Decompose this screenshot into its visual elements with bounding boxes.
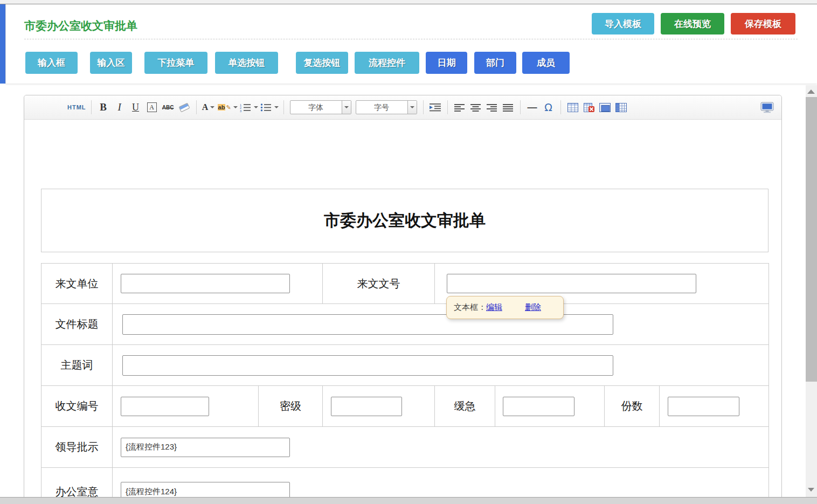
font-style-box-icon: A [147, 102, 157, 112]
highlight-color-button[interactable]: ab✎ [218, 100, 238, 114]
pencil-icon: ✎ [226, 104, 231, 111]
ordered-list-button[interactable]: 123 [240, 100, 258, 114]
scrollbar-up-arrow[interactable] [807, 89, 815, 94]
align-left-icon [454, 103, 465, 112]
zhutici-input[interactable] [122, 355, 613, 376]
laiwen-wenhao-input[interactable] [447, 274, 696, 293]
chevron-down-icon [233, 106, 238, 108]
fenshu-input[interactable] [668, 397, 739, 416]
cell-properties-button[interactable] [598, 100, 612, 114]
save-template-button[interactable]: 保存模板 [731, 13, 795, 34]
label-shouwen-bianhao: 收文编号 [41, 386, 113, 427]
top-bar [0, 0, 817, 4]
online-preview-button[interactable]: 在线预览 [661, 13, 724, 34]
monitor-icon [760, 102, 774, 113]
label-zhutici: 主题词 [41, 345, 113, 386]
toolbar-separator [91, 100, 92, 114]
align-center-icon [470, 103, 481, 112]
editor-panel: HTML B I U A ABC A ab✎ 123 字体 字号 [24, 95, 782, 504]
eraser-icon [178, 102, 190, 112]
chevron-down-icon [254, 106, 258, 108]
chevron-down-icon [407, 101, 417, 114]
fullscreen-button[interactable] [760, 100, 774, 114]
laiwen-danwei-input[interactable] [121, 274, 290, 293]
tooltip-delete-link[interactable]: 删除 [525, 302, 541, 313]
miji-input[interactable] [331, 397, 402, 416]
align-justify-button[interactable] [501, 100, 515, 114]
component-button-radio[interactable]: 单选按钮 [215, 52, 278, 74]
vertical-scrollbar[interactable] [806, 85, 817, 497]
indent-button[interactable] [428, 100, 442, 114]
bold-button[interactable]: B [96, 100, 110, 114]
delete-table-button[interactable] [582, 100, 596, 114]
label-wenjian-biaoti: 文件标题 [41, 304, 113, 345]
label-huanji: 缓急 [435, 386, 495, 427]
table-row: 文件标题 [41, 304, 769, 345]
label-fenshu: 份数 [605, 386, 660, 427]
svg-text:3: 3 [240, 109, 241, 112]
font-family-select[interactable]: 字体 [290, 100, 351, 114]
component-button-input-box[interactable]: 输入框 [25, 52, 78, 74]
insert-table-button[interactable] [566, 100, 580, 114]
toolbar-separator [196, 100, 197, 114]
form-title: 市委办公室收文审批单 [324, 210, 486, 232]
lingdao-pishi-input[interactable] [121, 438, 290, 457]
toolbar-separator [283, 100, 284, 114]
special-char-button[interactable]: Ω [542, 100, 556, 114]
font-color-button[interactable]: A [202, 100, 216, 114]
unordered-list-button[interactable] [260, 100, 279, 114]
left-accent-strip [0, 4, 5, 84]
table-properties-button[interactable] [614, 100, 628, 114]
indent-icon [430, 103, 441, 112]
tooltip-edit-link[interactable]: 编辑 [486, 302, 502, 313]
align-right-icon [487, 103, 497, 112]
huanji-input[interactable] [503, 397, 574, 416]
toolbar-separator [520, 100, 521, 114]
align-right-button[interactable] [485, 100, 499, 114]
align-justify-icon [503, 103, 513, 112]
dashed-divider [24, 39, 798, 39]
font-style-button[interactable]: A [145, 100, 159, 114]
component-button-date[interactable]: 日期 [426, 52, 467, 74]
toolbar-separator [560, 100, 561, 114]
label-miji: 密级 [259, 386, 323, 427]
chevron-down-icon [342, 101, 351, 114]
chevron-down-icon [274, 106, 279, 108]
editor-canvas[interactable]: 市委办公室收文审批单 来文单位 来文文号 文件标题 主题词 收文 [24, 120, 781, 504]
table-row: 来文单位 来文文号 [41, 264, 769, 304]
form-table: 来文单位 来文文号 文件标题 主题词 收文编号 密级 缓急 份数 [41, 263, 769, 504]
component-button-checkbox[interactable]: 复选按钮 [296, 52, 348, 74]
component-button-dropdown[interactable]: 下拉菜单 [144, 52, 207, 74]
strikethrough-button[interactable]: ABC [161, 100, 175, 114]
italic-button[interactable]: I [113, 100, 127, 114]
component-button-member[interactable]: 成员 [522, 52, 570, 74]
underline-button[interactable]: U [129, 100, 143, 114]
label-laiwen-danwei: 来文单位 [41, 264, 113, 304]
font-size-select[interactable]: 字号 [356, 100, 417, 114]
align-center-button[interactable] [469, 100, 483, 114]
cell-properties-icon [599, 103, 611, 112]
ordered-list-icon: 123 [240, 103, 252, 112]
horizontal-rule-button[interactable]: — [525, 100, 539, 114]
form-title-box: 市委办公室收文审批单 [41, 189, 768, 252]
scrollbar-thumb[interactable] [806, 97, 817, 382]
label-laiwen-wenhao: 来文文号 [323, 264, 435, 304]
bottom-strip [0, 497, 817, 504]
tooltip-type-label: 文本框： [454, 302, 486, 313]
html-source-button[interactable]: HTML [67, 100, 86, 114]
component-button-department[interactable]: 部门 [474, 52, 516, 74]
unordered-list-icon [260, 103, 272, 112]
component-button-textarea[interactable]: 输入区 [90, 52, 132, 74]
component-button-flow-control[interactable]: 流程控件 [355, 52, 419, 74]
scrollbar-down-arrow[interactable] [808, 488, 814, 492]
shouwen-bianhao-input[interactable] [121, 397, 209, 416]
eraser-button[interactable] [177, 100, 191, 114]
toolbar-separator [423, 100, 424, 114]
table-row: 领导批示 [41, 427, 769, 468]
delete-table-icon [584, 103, 594, 112]
chevron-down-icon [210, 106, 214, 108]
table-row: 主题词 [41, 345, 769, 386]
header-panel: 市委办公室收文审批单 导入模板 在线预览 保存模板 输入框 输入区 下拉菜单 单… [5, 4, 817, 84]
align-left-button[interactable] [453, 100, 467, 114]
import-template-button[interactable]: 导入模板 [592, 13, 654, 34]
